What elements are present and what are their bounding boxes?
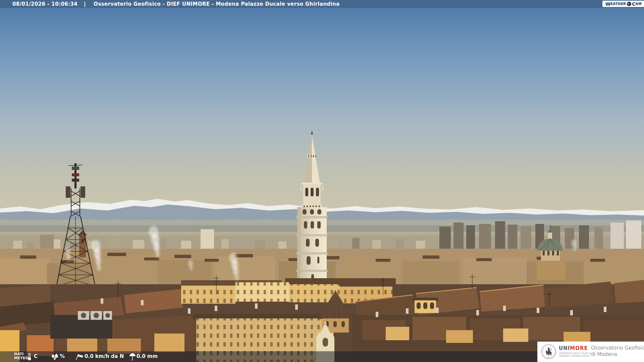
camera-title: Osservatorio Geofisico - DIEF UNIMORE - … bbox=[94, 1, 340, 7]
unimore-wordmark: UNIMORE bbox=[559, 345, 588, 351]
weathercam-logo: WEATHER CAM bbox=[602, 1, 644, 7]
unimore-seal-icon: 1175 bbox=[541, 344, 556, 360]
hvac-rooftop bbox=[50, 311, 112, 339]
weathercam-word1-initial: W bbox=[605, 1, 610, 7]
rain-value: 0.0 mm bbox=[137, 353, 158, 359]
camera-lens-icon bbox=[627, 2, 631, 6]
observatory-name: Osservatorio Geofisico di Modena bbox=[591, 345, 644, 358]
sky bbox=[0, 0, 644, 225]
rain-umbrella-icon bbox=[129, 353, 136, 361]
svg-text:1175: 1175 bbox=[547, 357, 551, 358]
webcam-photo bbox=[0, 0, 644, 362]
weathercam-word1-rest: EATHER bbox=[610, 2, 626, 6]
weathercam-word2-initial: C bbox=[632, 1, 635, 7]
datetime: 08/01/2026 - 10:06:34 bbox=[12, 1, 77, 7]
brick-campanile bbox=[78, 230, 87, 257]
wind-value: 0.0 km/h da N bbox=[85, 353, 124, 359]
weathercam-word2-rest: AM bbox=[636, 2, 642, 6]
humidity-icon bbox=[50, 353, 60, 361]
timestamp-bar: 08/01/2026 - 10:06:34 | Osservatorio Geo… bbox=[0, 0, 644, 8]
dati-meteo-label: DATI METEO bbox=[5, 352, 23, 356]
unimore-logo-box: 1175 UNIMORE UNIVERSITÀ DEGLI STUDI DI M… bbox=[537, 342, 644, 362]
wind-icon bbox=[74, 353, 84, 361]
unimore-subtitle: UNIVERSITÀ DEGLI STUDI DI MODENA E REGGI… bbox=[559, 352, 591, 357]
separator: | bbox=[84, 1, 86, 7]
thermometer-icon bbox=[27, 353, 32, 361]
